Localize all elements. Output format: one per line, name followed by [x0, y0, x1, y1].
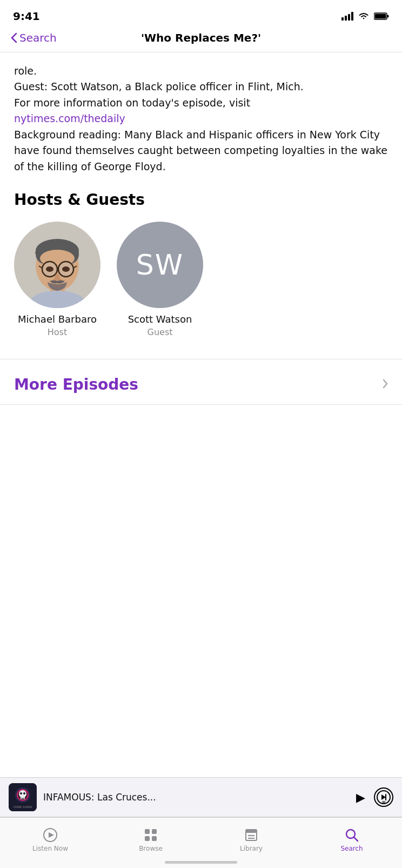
hosts-grid: Michael Barbaro Host SW Scott Watson Gue… — [0, 222, 402, 359]
listen-now-icon — [43, 827, 58, 843]
scott-initials: SW — [136, 249, 184, 281]
tab-library-label: Library — [240, 845, 263, 852]
svg-rect-2 — [348, 14, 350, 21]
home-indicator — [165, 861, 237, 864]
more-episodes-label: More Episodes — [14, 376, 138, 393]
tab-browse-label: Browse — [139, 845, 163, 852]
browse-icon — [143, 827, 158, 843]
svg-rect-40 — [145, 836, 150, 841]
description-role: role. — [14, 63, 388, 79]
hosts-section-title: Hosts & Guests — [14, 191, 388, 209]
tab-search-label: Search — [340, 845, 363, 852]
signal-icon — [341, 12, 353, 21]
svg-point-25 — [19, 790, 26, 798]
svg-marker-37 — [49, 832, 54, 838]
skip-forward-button[interactable]: 30 — [374, 787, 393, 807]
svg-rect-41 — [152, 836, 157, 841]
host-card-scott: SW Scott Watson Guest — [117, 222, 203, 337]
svg-rect-6 — [387, 15, 389, 18]
mini-player-title: INFAMOUS: Las Cruces... — [43, 792, 350, 803]
scott-name: Scott Watson — [128, 313, 192, 325]
svg-rect-0 — [341, 17, 344, 21]
host-card-michael: Michael Barbaro Host — [14, 222, 100, 337]
tab-listen-now[interactable]: Listen Now — [0, 818, 100, 857]
status-bar: 9:41 — [0, 0, 402, 29]
nytimes-link[interactable]: nytimes.com/thedaily — [14, 112, 125, 124]
svg-point-28 — [23, 792, 25, 794]
podcast-art-icon: CRIME JUNKIE — [9, 783, 37, 811]
nav-bar: Search 'Who Replaces Me?' — [0, 29, 402, 52]
back-label: Search — [19, 31, 57, 44]
svg-rect-39 — [152, 829, 157, 834]
svg-line-47 — [354, 837, 358, 841]
library-icon — [244, 827, 259, 843]
status-icons — [341, 12, 389, 21]
status-time: 9:41 — [13, 10, 40, 23]
svg-rect-1 — [345, 16, 347, 21]
svg-rect-38 — [145, 829, 150, 834]
main-content: role. Guest: Scott Watson, a Black polic… — [0, 52, 402, 185]
avatar-michael — [14, 222, 100, 308]
more-episodes-row[interactable]: More Episodes — [0, 365, 402, 404]
mini-player-controls: ▶ 30 — [356, 787, 393, 807]
more-episodes-divider-bottom — [0, 404, 402, 405]
tab-browse[interactable]: Browse — [100, 818, 201, 857]
more-episodes-chevron — [383, 378, 388, 391]
svg-rect-5 — [375, 14, 386, 19]
nav-title: 'Who Replaces Me?' — [141, 31, 261, 44]
mini-player[interactable]: CRIME JUNKIE INFAMOUS: Las Cruces... ▶ 3… — [0, 777, 402, 817]
wifi-icon — [358, 12, 370, 21]
play-button[interactable]: ▶ — [356, 791, 365, 804]
michael-face-svg — [14, 222, 100, 308]
scott-role: Guest — [148, 327, 173, 337]
svg-text:CRIME JUNKIE: CRIME JUNKIE — [13, 805, 32, 809]
svg-point-20 — [46, 266, 53, 272]
svg-point-27 — [20, 792, 22, 794]
svg-point-21 — [62, 266, 70, 272]
michael-name: Michael Barbaro — [18, 313, 97, 325]
search-icon — [344, 827, 359, 843]
svg-rect-43 — [246, 830, 257, 833]
battery-icon — [374, 12, 389, 20]
chevron-left-icon — [11, 32, 17, 43]
mini-player-art: CRIME JUNKIE — [9, 783, 37, 811]
description-guest: Guest: Scott Watson, a Black police offi… — [14, 79, 388, 95]
svg-text:30: 30 — [382, 800, 386, 804]
back-button[interactable]: Search — [11, 31, 57, 44]
tab-library[interactable]: Library — [201, 818, 302, 857]
avatar-scott: SW — [117, 222, 203, 308]
michael-role: Host — [48, 327, 67, 337]
description-more-info: For more information on today's episode,… — [14, 95, 388, 127]
tab-listen-now-label: Listen Now — [32, 845, 68, 852]
more-episodes-divider-top — [0, 359, 402, 359]
description-background: Background reading: Many Black and Hispa… — [14, 127, 388, 175]
tab-search[interactable]: Search — [302, 818, 402, 857]
tab-bar: Listen Now Browse Library Search — [0, 817, 402, 868]
svg-rect-3 — [351, 12, 353, 21]
